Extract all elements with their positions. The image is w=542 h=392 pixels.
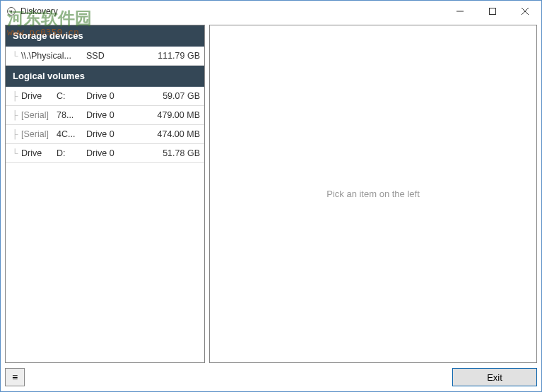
volume-disk: Drive 0	[86, 91, 133, 101]
tree-mark-icon: ├	[8, 110, 21, 120]
tree-mark-icon: ├	[8, 91, 21, 101]
volume-disk: Drive 0	[86, 148, 133, 158]
volume-disk: Drive 0	[86, 129, 133, 139]
volume-size: 51.78 GB	[133, 148, 200, 158]
volume-disk: Drive 0	[86, 110, 133, 120]
left-panel: Storage devices └ \\.\Physical... SSD 11…	[5, 25, 205, 363]
maximize-button[interactable]	[476, 1, 509, 22]
footer: ≡ Exit	[1, 367, 541, 391]
menu-button[interactable]: ≡	[5, 368, 25, 386]
minimize-button[interactable]	[444, 1, 476, 22]
volume-id: C:	[57, 91, 86, 101]
tree-mark-icon: └	[8, 148, 21, 158]
window-title: Diskovery	[20, 6, 444, 16]
app-window: Diskovery Storage devices └ \\.\Physical…	[0, 0, 542, 392]
app-icon	[6, 6, 16, 16]
exit-button-label: Exit	[487, 372, 502, 383]
volume-size: 474.00 MB	[133, 129, 200, 139]
device-row[interactable]: └ \\.\Physical... SSD 111.79 GB	[6, 47, 204, 66]
volume-id: 4C...	[57, 129, 86, 139]
close-button[interactable]	[509, 1, 541, 22]
device-size: 111.79 GB	[129, 51, 200, 61]
volume-id: D:	[57, 148, 86, 158]
content-area: Storage devices └ \\.\Physical... SSD 11…	[1, 22, 541, 367]
volume-row[interactable]: ├ Drive C: Drive 0 59.07 GB	[6, 87, 204, 106]
volume-row[interactable]: ├ [Serial] 4C... Drive 0 474.00 MB	[6, 125, 204, 144]
volume-kind: [Serial]	[21, 129, 57, 139]
right-panel: Pick an item on the left	[209, 25, 537, 363]
logical-volumes-header: Logical volumes	[6, 66, 204, 87]
titlebar: Diskovery	[1, 1, 541, 22]
volume-size: 479.00 MB	[133, 110, 200, 120]
volume-row[interactable]: ├ [Serial] 78... Drive 0 479.00 MB	[6, 106, 204, 125]
device-type: SSD	[86, 51, 129, 61]
svg-point-1	[11, 11, 13, 13]
volume-size: 59.07 GB	[133, 91, 200, 101]
hamburger-icon: ≡	[12, 372, 18, 383]
volume-id: 78...	[57, 110, 86, 120]
exit-button[interactable]: Exit	[452, 368, 537, 386]
placeholder-text: Pick an item on the left	[326, 189, 420, 199]
volume-kind: Drive	[21, 148, 57, 158]
tree-mark-icon: └	[8, 51, 21, 61]
volume-kind: [Serial]	[21, 110, 57, 120]
svg-rect-3	[490, 8, 496, 15]
device-name: \\.\Physical...	[21, 51, 86, 61]
window-controls	[444, 1, 541, 22]
storage-devices-header: Storage devices	[6, 25, 204, 47]
tree-mark-icon: ├	[8, 129, 21, 139]
volume-kind: Drive	[21, 91, 57, 101]
volume-row[interactable]: └ Drive D: Drive 0 51.78 GB	[6, 144, 204, 163]
